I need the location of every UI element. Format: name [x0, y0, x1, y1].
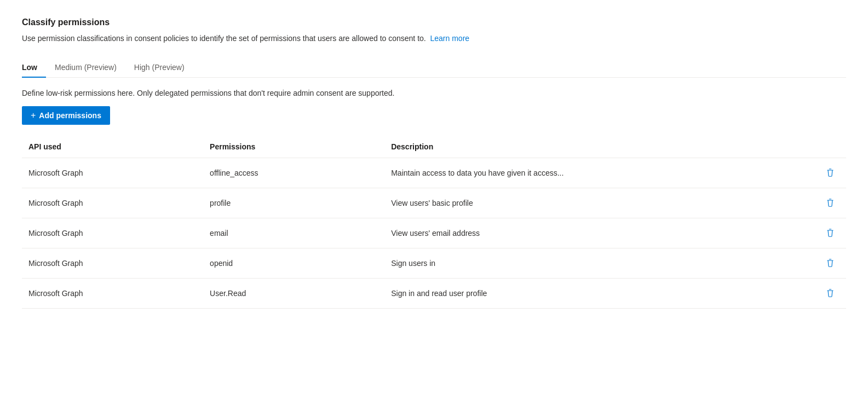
cell-api-used: Microsoft Graph [22, 279, 203, 309]
cell-delete [814, 158, 846, 188]
cell-permissions: offline_access [203, 158, 384, 188]
cell-api-used: Microsoft Graph [22, 158, 203, 188]
plus-icon: + [31, 111, 36, 120]
cell-api-used: Microsoft Graph [22, 218, 203, 248]
cell-permissions: email [203, 218, 384, 248]
page-title: Classify permissions [22, 18, 846, 27]
table-row: Microsoft Graph email View users' email … [22, 218, 846, 248]
delete-button[interactable] [821, 166, 840, 180]
column-actions [814, 138, 846, 158]
tabs-container: Low Medium (Preview) High (Preview) [22, 57, 846, 78]
cell-delete [814, 188, 846, 218]
cell-api-used: Microsoft Graph [22, 188, 203, 218]
cell-delete [814, 248, 846, 279]
cell-description: Sign in and read user profile [384, 279, 814, 309]
tab-medium[interactable]: Medium (Preview) [55, 57, 125, 77]
cell-description: Sign users in [384, 248, 814, 279]
cell-api-used: Microsoft Graph [22, 248, 203, 279]
cell-permissions: profile [203, 188, 384, 218]
tab-high[interactable]: High (Preview) [134, 57, 193, 77]
cell-permissions: User.Read [203, 279, 384, 309]
cell-delete [814, 279, 846, 309]
add-permissions-label: Add permissions [39, 111, 101, 120]
cell-description: View users' basic profile [384, 188, 814, 218]
column-permissions: Permissions [203, 138, 384, 158]
table-row: Microsoft Graph User.Read Sign in and re… [22, 279, 846, 309]
trash-icon [825, 288, 835, 298]
trash-icon [825, 168, 835, 178]
add-permissions-button[interactable]: + Add permissions [22, 106, 110, 125]
table-row: Microsoft Graph offline_access Maintain … [22, 158, 846, 188]
delete-button[interactable] [821, 286, 840, 300]
learn-more-link[interactable]: Learn more [430, 34, 469, 43]
delete-button[interactable] [821, 196, 840, 210]
cell-description: Maintain access to data you have given i… [384, 158, 814, 188]
cell-description: View users' email address [384, 218, 814, 248]
column-api-used: API used [22, 138, 203, 158]
delete-button[interactable] [821, 256, 840, 270]
column-description: Description [384, 138, 814, 158]
table-header-row: API used Permissions Description [22, 138, 846, 158]
trash-icon [825, 228, 835, 238]
permissions-table: API used Permissions Description Microso… [22, 138, 846, 309]
table-row: Microsoft Graph openid Sign users in [22, 248, 846, 279]
tab-low[interactable]: Low [22, 57, 46, 77]
description-text: Use permission classifications in consen… [22, 34, 426, 43]
trash-icon [825, 198, 835, 208]
table-row: Microsoft Graph profile View users' basi… [22, 188, 846, 218]
cell-delete [814, 218, 846, 248]
section-description: Define low-risk permissions here. Only d… [22, 89, 846, 97]
delete-button[interactable] [821, 226, 840, 240]
trash-icon [825, 258, 835, 268]
page-description: Use permission classifications in consen… [22, 33, 846, 44]
cell-permissions: openid [203, 248, 384, 279]
